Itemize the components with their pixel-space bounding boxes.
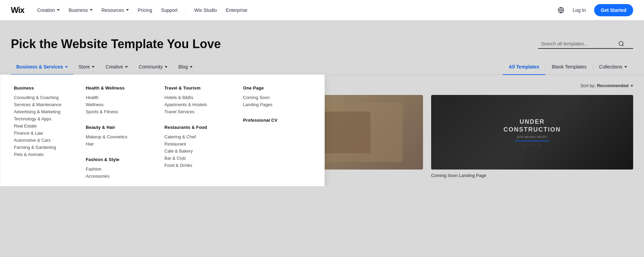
dropdown-item[interactable]: Bar & Club [164, 155, 232, 162]
dropdown-col-onepage: One Page Coming Soon Landing Pages Profe… [243, 85, 311, 186]
dropdown-item[interactable]: Technology & Apps [14, 115, 75, 122]
dropdown-item[interactable]: Apartments & Hostels [164, 101, 232, 108]
globe-icon[interactable] [557, 6, 565, 14]
dropdown-item[interactable]: Sports & Fitness [86, 108, 154, 115]
chevron-icon [126, 9, 129, 11]
nav-business[interactable]: Business [65, 0, 96, 20]
get-started-button[interactable]: Get Started [594, 4, 633, 16]
dropdown-item[interactable]: Farming & Gardening [14, 144, 75, 151]
dropdown-heading-fashion: Fashion & Style [86, 157, 154, 162]
dropdown-section-beauty: Beauty & Hair Makeup & Cosmetics Hair [86, 125, 154, 147]
dropdown-item[interactable]: Pets & Animals [14, 151, 75, 158]
dropdown-section-fashion: Fashion & Style Fashion Accessories [86, 157, 154, 180]
dropdown-item[interactable]: Finance & Law [14, 130, 75, 137]
dropdown-section-onepage: One Page Coming Soon Landing Pages [243, 85, 311, 108]
nav-pricing[interactable]: Pricing [134, 0, 156, 20]
dropdown-item[interactable]: Health [86, 94, 154, 101]
dropdown-item[interactable]: Advertising & Marketing [14, 108, 75, 115]
dropdown-col-travel: Travel & Tourism Hotels & B&Bs Apartment… [164, 85, 232, 186]
dropdown-section-business: Business Consulting & Coaching Services … [14, 85, 75, 158]
dropdown-item[interactable]: Makeup & Cosmetics [86, 133, 154, 140]
dropdown-item[interactable]: Cafe & Bakery [164, 147, 232, 155]
dropdown-item[interactable]: Real Estate [14, 122, 75, 130]
nav-support[interactable]: Support [158, 0, 181, 20]
dropdown-col-health: Health & Wellness Health Wellness Sports… [86, 85, 154, 186]
dropdown-item[interactable]: Accessories [86, 173, 154, 180]
dropdown-item[interactable]: Automotive & Cars [14, 137, 75, 144]
dropdown-item[interactable]: Catering & Chef [164, 133, 232, 140]
dropdown-heading-cv: Professional CV [243, 118, 311, 123]
nav-creation[interactable]: Creation [34, 0, 63, 20]
dropdown-item[interactable]: Wellness [86, 101, 154, 108]
dropdown-section-restaurants: Restaurants & Food Catering & Chef Resta… [164, 125, 232, 169]
navbar-links: Creation Business Resources Pricing Supp… [34, 0, 557, 20]
chevron-icon [57, 9, 60, 11]
dropdown-item[interactable]: Landing Pages [243, 101, 311, 108]
dropdown-section-travel: Travel & Tourism Hotels & B&Bs Apartment… [164, 85, 232, 115]
dropdown-item[interactable]: Hair [86, 140, 154, 147]
dropdown-item[interactable]: Fashion [86, 165, 154, 173]
dropdown-heading-restaurants: Restaurants & Food [164, 125, 232, 130]
dropdown-heading-business: Business [14, 85, 75, 91]
nav-enterprise[interactable]: Enterprise [222, 0, 251, 20]
dropdown-item[interactable]: Restaurant [164, 140, 232, 147]
dropdown-item[interactable]: Services & Maintenance [14, 101, 75, 108]
dropdown-item[interactable]: Coming Soon [243, 94, 311, 101]
chevron-icon [90, 9, 93, 11]
navbar: Wix Creation Business Resources Pricing … [0, 0, 644, 20]
dropdown-heading-beauty: Beauty & Hair [86, 125, 154, 130]
navbar-divider [186, 6, 186, 14]
dropdown-col-business: Business Consulting & Coaching Services … [14, 85, 75, 186]
dropdown-section-cv: Professional CV [243, 118, 311, 123]
dropdown-item[interactable]: Food & Drinks [164, 162, 232, 169]
dropdown-heading-onepage: One Page [243, 85, 311, 91]
dropdown-section-health: Health & Wellness Health Wellness Sports… [86, 85, 154, 115]
dropdown-item[interactable]: Travel Services [164, 108, 232, 115]
nav-wix-studio[interactable]: Wix Studio [191, 0, 220, 20]
dropdown-item[interactable]: Consulting & Coaching [14, 94, 75, 101]
dropdown-item[interactable]: Hotels & B&Bs [164, 94, 232, 101]
logo[interactable]: Wix [11, 5, 24, 15]
login-button[interactable]: Log In [570, 7, 589, 13]
dropdown-heading-health: Health & Wellness [86, 85, 154, 91]
business-services-dropdown: Business Consulting & Coaching Services … [0, 75, 325, 186]
nav-resources[interactable]: Resources [98, 0, 132, 20]
navbar-right: Log In Get Started [557, 4, 633, 16]
dropdown-heading-travel: Travel & Tourism [164, 85, 232, 91]
